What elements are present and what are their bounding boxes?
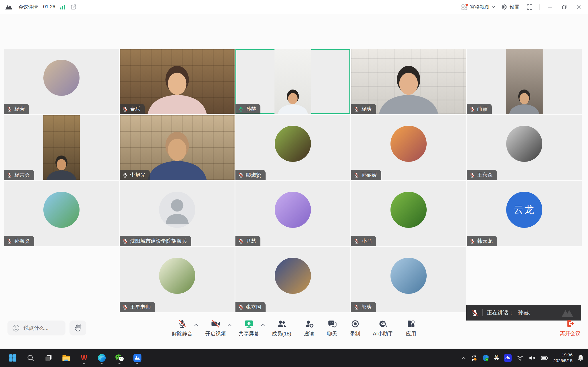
wifi-icon[interactable] <box>517 355 524 361</box>
layout-view-button[interactable]: 宫格视图 <box>461 3 495 11</box>
wps-taskbar-icon[interactable]: W <box>78 351 90 365</box>
network-signal-icon[interactable] <box>60 4 65 10</box>
record-button[interactable]: 录制 <box>350 319 360 337</box>
participant-tile[interactable]: 尹慧 <box>235 181 350 246</box>
volume-icon[interactable] <box>529 355 536 361</box>
share-screen-options-chevron[interactable] <box>261 324 265 326</box>
avatar <box>159 192 195 228</box>
participant-tile[interactable]: 缪淑贤 <box>235 115 350 180</box>
share-screen-label: 共享屏幕 <box>238 330 259 337</box>
participant-tile[interactable]: 孙丽媛 <box>351 115 466 180</box>
open-external-icon[interactable] <box>70 4 77 10</box>
participant-tile[interactable]: 杨吉会 <box>4 115 119 180</box>
wechat-taskbar-icon[interactable] <box>114 351 125 365</box>
mic-muted-icon <box>123 304 128 310</box>
participant-tile[interactable]: 孙海义 <box>4 181 119 246</box>
leave-label: 离开会议 <box>560 330 581 337</box>
invite-button[interactable]: 邀请 <box>304 319 314 337</box>
members-button[interactable]: 成员(18) <box>272 319 291 337</box>
avatar <box>159 258 195 294</box>
share-screen-button[interactable]: 共享屏幕 <box>238 319 259 337</box>
tray-expand-icon[interactable] <box>461 356 466 360</box>
settings-button[interactable]: 设置 <box>501 4 519 10</box>
avatar <box>43 192 80 228</box>
avatar <box>506 126 542 162</box>
start-video-options-chevron[interactable] <box>227 324 231 326</box>
mic-speaking-icon <box>238 106 243 112</box>
raise-hand-icon <box>74 324 82 332</box>
mic-muted-icon <box>238 304 243 310</box>
invite-icon <box>304 319 314 328</box>
participant-name: 王永森 <box>477 172 493 178</box>
participant-name: 张立国 <box>246 304 261 310</box>
participant-silhouette <box>44 154 79 180</box>
windows-taskbar: W 英 du 19:36 2025/5/15 zz <box>0 349 588 367</box>
battery-icon[interactable] <box>541 356 548 360</box>
leave-icon <box>566 319 575 328</box>
participant-tile[interactable]: 孙赫 <box>235 49 350 114</box>
chat-button[interactable]: 聊天 <box>327 319 337 337</box>
search-taskbar-icon[interactable] <box>25 351 36 365</box>
participant-video <box>274 49 311 114</box>
participant-tile[interactable]: 沈阳城市建设学院胡海兵 <box>120 181 235 246</box>
leave-meeting-button[interactable]: 离开会议 <box>560 319 581 337</box>
participant-tile[interactable]: 杨芳 <box>4 49 119 114</box>
taskbar-clock[interactable]: 19:36 2025/5/15 <box>553 352 572 364</box>
participant-name-tag: 缪淑贤 <box>235 170 266 180</box>
participant-tile[interactable]: 杨爽 <box>351 49 466 114</box>
participant-name-tag: 韩云龙 <box>467 236 497 246</box>
participant-grid: 杨芳金乐孙赫杨爽曲霞杨吉会李旭光缪淑贤孙丽媛王永森孙海义沈阳城市建设学院胡海兵尹… <box>4 49 582 312</box>
participant-video <box>43 115 80 180</box>
participant-name: 杨吉会 <box>14 172 30 178</box>
baidu-input-icon[interactable]: du <box>504 354 512 362</box>
mic-muted-icon <box>7 172 12 178</box>
participant-tile[interactable]: 李旭光 <box>120 115 235 180</box>
participant-tile[interactable]: 王星老师 <box>120 247 235 312</box>
app-logo-icon <box>5 4 14 10</box>
start-video-button[interactable]: 开启视频 <box>205 319 226 337</box>
participant-tile[interactable]: 张立国 <box>235 247 350 312</box>
layout-view-label: 宫格视图 <box>470 4 490 10</box>
chevron-down-icon <box>492 6 495 8</box>
edge-taskbar-icon[interactable] <box>96 351 107 365</box>
apps-button[interactable]: 应用 <box>406 319 416 337</box>
ime-indicator[interactable]: 英 <box>494 355 499 360</box>
participant-tile[interactable]: 曲霞 <box>467 49 582 114</box>
message-input[interactable] <box>23 325 61 331</box>
security-shield-icon[interactable] <box>482 354 489 362</box>
participant-tile[interactable]: 王永森 <box>467 115 582 180</box>
close-button[interactable] <box>574 3 583 11</box>
participant-tile[interactable]: 郭爽 <box>351 247 466 312</box>
emoji-icon[interactable] <box>12 324 20 332</box>
running-indicator <box>83 363 85 364</box>
svg-text:z: z <box>583 354 584 357</box>
meeting-window: 会议详情 01:26 宫格视图 设置 杨芳金乐孙赫杨爽曲霞杨吉会李旭光缪淑贤孙丽… <box>0 0 588 367</box>
sync-tray-icon[interactable] <box>471 355 477 361</box>
meeting-details-button[interactable]: 会议详情 <box>18 4 38 10</box>
participant-name: 杨芳 <box>14 106 25 112</box>
ai-assistant-button[interactable]: AI小助手 <box>373 319 393 337</box>
start-taskbar-icon[interactable] <box>7 351 18 365</box>
participant-name-tag: 沈阳城市建设学院胡海兵 <box>120 236 191 246</box>
taskbar-date: 2025/5/15 <box>553 358 572 364</box>
participant-tile[interactable]: 小马 <box>351 181 466 246</box>
taskbar-apps: W <box>7 351 143 365</box>
camera-off-icon <box>211 319 220 328</box>
task-view-taskbar-icon[interactable] <box>42 351 54 365</box>
unmute-button[interactable]: 解除静音 <box>172 319 192 337</box>
minimize-button[interactable] <box>546 3 554 11</box>
restore-button[interactable] <box>560 3 568 11</box>
notification-bell-icon[interactable]: zz <box>577 354 584 362</box>
participant-name: 王星老师 <box>130 304 151 310</box>
raise-hand-button[interactable] <box>69 321 86 335</box>
mic-muted-icon <box>7 106 12 112</box>
unmute-options-chevron[interactable] <box>194 324 198 326</box>
fullscreen-button[interactable] <box>525 3 534 11</box>
participant-tile[interactable]: 云龙韩云龙 <box>467 181 582 246</box>
mic-muted-icon <box>471 309 478 316</box>
participant-tile[interactable]: 金乐 <box>120 49 235 114</box>
meeting-taskbar-icon[interactable] <box>131 351 143 365</box>
file-explorer-taskbar-icon[interactable] <box>60 351 72 365</box>
participant-name-tag: 杨芳 <box>4 104 29 114</box>
message-input-pill[interactable] <box>7 321 65 335</box>
